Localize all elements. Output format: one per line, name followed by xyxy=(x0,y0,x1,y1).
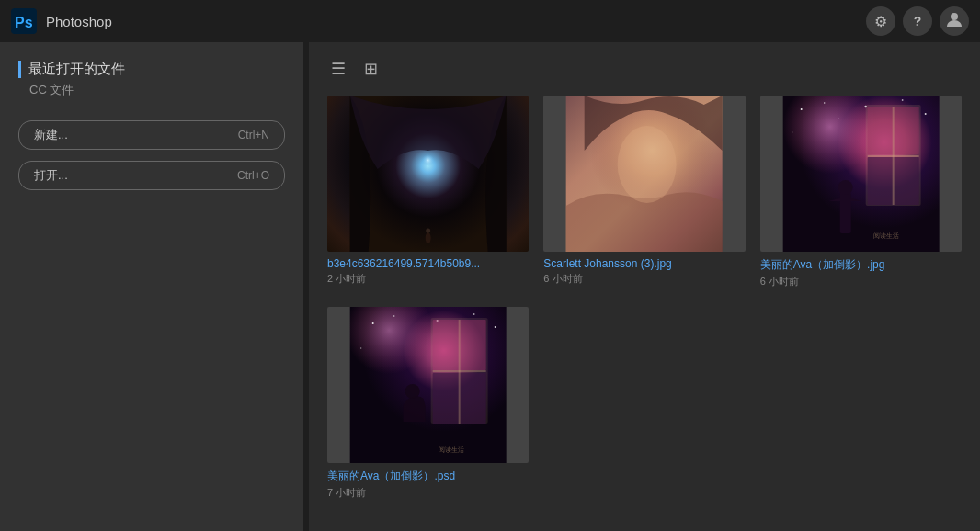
svg-point-30 xyxy=(393,315,395,317)
svg-point-18 xyxy=(838,118,839,119)
file-name-1: Scarlett Johansson (3).jpg xyxy=(543,257,745,270)
file-thumbnail-1 xyxy=(543,96,745,252)
svg-point-9 xyxy=(618,126,677,203)
svg-point-34 xyxy=(360,347,361,348)
svg-point-2 xyxy=(951,13,958,20)
list-view-icon: ☰ xyxy=(331,60,346,78)
file-card-1[interactable]: Scarlett Johansson (3).jpg 6 小时前 xyxy=(543,96,745,288)
user-button[interactable] xyxy=(940,6,969,36)
svg-point-17 xyxy=(792,131,792,132)
grid-view-icon: ⊞ xyxy=(364,60,378,78)
view-controls: ☰ ⊞ xyxy=(327,57,962,81)
user-icon xyxy=(946,11,963,31)
new-file-button[interactable]: 新建... Ctrl+N xyxy=(18,120,285,150)
content-area: ☰ ⊞ xyxy=(309,42,980,531)
file-thumbnail-2: 阅读生活 xyxy=(760,96,962,252)
file-card-3[interactable]: 阅读生活 美丽的Ava（加倒影）.psd 7 小时前 xyxy=(327,307,529,500)
file-time-1: 6 小时前 xyxy=(543,272,745,286)
settings-button[interactable]: ⚙ xyxy=(866,6,895,36)
cc-files-label: CC 文件 xyxy=(18,82,285,98)
svg-point-32 xyxy=(473,313,475,315)
svg-point-33 xyxy=(495,326,496,328)
svg-point-13 xyxy=(824,102,826,104)
file-time-3: 7 小时前 xyxy=(327,486,529,500)
help-icon: ? xyxy=(914,14,922,28)
main-layout: 最近打开的文件 CC 文件 新建... Ctrl+N 打开... Ctrl+O … xyxy=(0,42,980,531)
svg-point-16 xyxy=(924,113,926,115)
help-button[interactable]: ? xyxy=(903,6,932,36)
file-time-2: 6 小时前 xyxy=(760,275,962,288)
gear-icon: ⚙ xyxy=(874,13,887,30)
header-icons: ⚙ ? xyxy=(866,6,969,36)
file-thumbnail-3: 阅读生活 xyxy=(327,307,529,463)
new-file-label: 新建... xyxy=(34,127,68,143)
svg-point-29 xyxy=(372,322,374,324)
svg-text:Ps: Ps xyxy=(15,15,33,30)
file-thumbnail-0 xyxy=(327,96,529,252)
svg-point-12 xyxy=(800,108,802,110)
svg-point-25 xyxy=(838,180,852,195)
list-view-button[interactable]: ☰ xyxy=(327,57,349,81)
file-name-3: 美丽的Ava（加倒影）.psd xyxy=(327,469,529,484)
svg-point-5 xyxy=(426,232,431,243)
open-file-button[interactable]: 打开... Ctrl+O xyxy=(18,161,285,190)
file-time-0: 2 小时前 xyxy=(327,272,529,286)
file-card-2[interactable]: 阅读生活 美丽的Ava（加倒影）.jpg 6 小时前 xyxy=(760,96,962,288)
svg-point-40 xyxy=(405,384,420,399)
grid-view-button[interactable]: ⊞ xyxy=(360,57,382,81)
file-grid: b3e4c636216499.5714b50b9... 2 小时前 xyxy=(327,96,962,500)
new-file-shortcut: Ctrl+N xyxy=(238,129,269,141)
open-file-shortcut: Ctrl+O xyxy=(237,169,269,182)
recent-files-label: 最近打开的文件 xyxy=(18,61,285,78)
svg-text:阅读生活: 阅读生活 xyxy=(439,446,464,454)
svg-text:阅读生活: 阅读生活 xyxy=(872,232,898,240)
open-file-label: 打开... xyxy=(34,167,68,184)
sidebar: 最近打开的文件 CC 文件 新建... Ctrl+N 打开... Ctrl+O xyxy=(0,42,303,531)
file-name-2: 美丽的Ava（加倒影）.jpg xyxy=(760,257,962,273)
file-name-0: b3e4c636216499.5714b50b9... xyxy=(327,257,529,270)
app-title: Photoshop xyxy=(46,14,866,29)
header: Ps Photoshop ⚙ ? xyxy=(0,0,980,42)
svg-point-6 xyxy=(426,229,430,233)
file-card-0[interactable]: b3e4c636216499.5714b50b9... 2 小时前 xyxy=(327,96,529,288)
svg-point-15 xyxy=(901,99,903,101)
ps-logo-icon: Ps xyxy=(11,8,37,34)
